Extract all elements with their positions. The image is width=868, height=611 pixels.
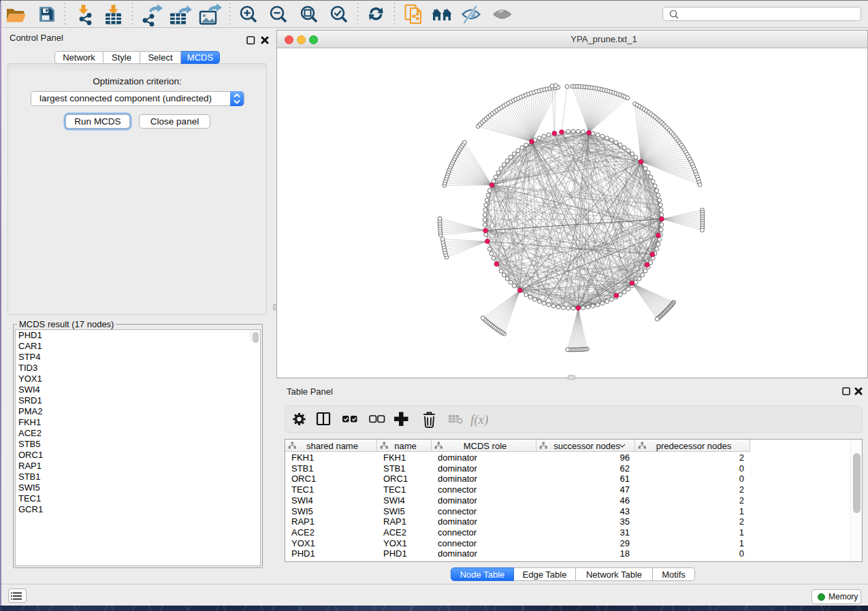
svg-text:f(x): f(x) bbox=[470, 412, 488, 427]
